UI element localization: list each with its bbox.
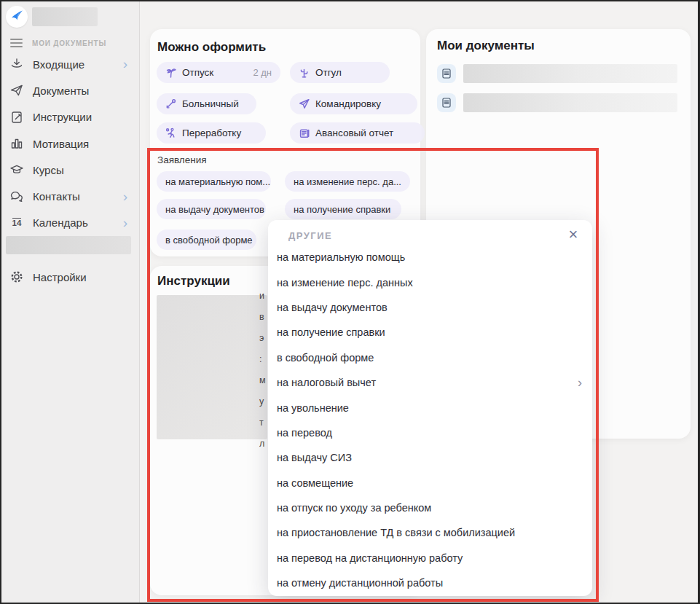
application-pill[interactable]: в свободной форме (157, 230, 256, 250)
sidebar-item-label: Настройки (33, 271, 87, 283)
document-edit-icon (9, 110, 25, 125)
dropdown-item-label: на перевод (277, 427, 332, 439)
quick-action-pill[interactable]: Больничный (157, 93, 256, 114)
dropdown-item[interactable]: в свободной форме (268, 345, 592, 370)
dropdown-item-label: на изменение перс. данных (277, 277, 413, 289)
runner-icon (165, 128, 176, 138)
others-dropdown: ДРУГИЕ × на материальную помощьна измене… (268, 220, 592, 596)
current-section-label: МОИ ДОКУМЕНТЫ (32, 39, 106, 47)
thermometer-icon (165, 98, 176, 109)
paper-plane-icon (9, 83, 25, 98)
clipped-text-fragments: ивэ:мутл (259, 286, 267, 455)
application-pill-label: в свободной форме (165, 235, 253, 246)
dropdown-item-label: на получение справки (277, 326, 385, 338)
sidebar-item[interactable]: Инструкции (0, 104, 139, 130)
bar-chart-icon (9, 136, 25, 151)
dropdown-item-label: на выдачу СИЗ (277, 452, 352, 463)
sidebar-item-label: Входящие (33, 58, 84, 71)
dropdown-item-label: на налоговый вычет (277, 377, 376, 388)
dropdown-item[interactable]: на перевод на дистанционную работу (268, 546, 592, 570)
chat-icon (9, 189, 25, 204)
sidebar-item[interactable]: Курсы (0, 157, 139, 183)
app-logo[interactable] (6, 6, 28, 28)
application-pill-label: на выдачу документов (165, 204, 264, 215)
document-icon (437, 64, 456, 83)
quick-action-label: Отпуск (182, 67, 213, 78)
dropdown-item[interactable]: на перевод (268, 420, 592, 445)
company-name-redacted (32, 7, 98, 26)
text-fragment: м (259, 370, 267, 391)
dropdown-item-label: на приостановление ТД в связи с мобилиза… (277, 527, 515, 538)
document-icon (437, 93, 456, 112)
application-pill[interactable]: на выдачу документов (157, 199, 266, 219)
sidebar-item-label: Документы (33, 85, 89, 97)
sidebar-item[interactable]: Контакты› (0, 183, 139, 209)
card-title: Мои документы (437, 39, 535, 53)
application-pill-label: на материальную пом... (165, 176, 270, 187)
sidebar-item[interactable]: 14Календарь› (0, 210, 139, 236)
quick-action-pill[interactable]: Авансовый отчет (290, 122, 425, 144)
graduation-cap-icon (9, 162, 25, 177)
dropdown-item-label: на отпуск по уходу за ребенком (277, 502, 431, 514)
sidebar-item-label: Календарь (33, 216, 88, 229)
quick-action-label: Отгул (315, 67, 342, 78)
dropdown-item-label: на совмещение (277, 477, 353, 489)
dropdown-item-label: на увольнение (277, 402, 349, 414)
close-icon[interactable]: × (565, 226, 582, 243)
dropdown-item[interactable]: на изменение перс. данных (268, 270, 592, 294)
document-list-item[interactable] (437, 93, 677, 112)
sidebar-item[interactable]: Документы (0, 77, 139, 103)
quick-action-pill[interactable]: Отпуск2 дн (157, 62, 280, 83)
sidebar-item[interactable]: Входящие› (0, 51, 139, 77)
text-fragment: т (259, 412, 267, 434)
dropdown-item[interactable]: на отмену дистанционной работы (268, 570, 592, 595)
hamburger-icon[interactable] (10, 39, 23, 47)
dropdown-item[interactable]: на налоговый вычет› (268, 370, 592, 395)
sidebar-item[interactable]: Мотивация (0, 130, 139, 157)
chevron-right-icon: › (123, 192, 132, 202)
chevron-right-icon: › (578, 377, 582, 388)
calendar-14-icon: 14 (9, 216, 25, 230)
gear-icon (9, 270, 25, 284)
dropdown-item-label: на перевод на дистанционную работу (277, 552, 463, 564)
application-pill-label: на получение справки (294, 204, 390, 215)
quick-action-badge: 2 дн (253, 67, 272, 78)
application-pill-label: на изменение перс. да... (294, 176, 401, 187)
quick-action-pill[interactable]: Командировку (290, 93, 417, 114)
quick-action-label: Больничный (182, 98, 239, 109)
application-pill[interactable]: на получение справки (285, 199, 401, 219)
sidebar-nav: Входящие›ДокументыИнструкцииМотивацияКур… (0, 51, 139, 236)
dropdown-item[interactable]: на увольнение (268, 395, 592, 420)
quick-action-pill[interactable]: Переработку (157, 122, 266, 144)
dropdown-item[interactable]: на материальную помощь (268, 245, 592, 270)
quick-action-pill[interactable]: Отгул (290, 62, 390, 83)
bird-logo-icon (9, 8, 24, 26)
text-fragment: и (259, 286, 267, 307)
text-fragment: э (259, 328, 267, 349)
sidebar: МОИ ДОКУМЕНТЫ Входящие›ДокументыИнструкц… (0, 0, 140, 604)
card-title: Инструкции (157, 274, 230, 289)
dropdown-item-label: на материальную помощь (277, 251, 405, 263)
application-pill[interactable]: на изменение перс. да... (285, 171, 410, 192)
applications-label: Заявления (157, 154, 207, 165)
application-pill[interactable]: на материальную пом... (157, 171, 271, 192)
dropdown-item-label: на выдачу документов (277, 302, 388, 313)
document-title-redacted (463, 93, 677, 112)
instructions-image-redacted (157, 295, 267, 439)
quick-action-label: Командировку (315, 98, 381, 109)
sidebar-settings-wrap: Настройки (0, 264, 139, 290)
dropdown-item[interactable]: на выдачу документов (268, 295, 592, 320)
dropdown-item[interactable]: на выдачу СИЗ (268, 445, 592, 470)
dropdown-title: ДРУГИЕ (268, 226, 592, 245)
sidebar-item-settings[interactable]: Настройки (0, 264, 139, 290)
dropdown-item[interactable]: на совмещение (268, 471, 592, 495)
dropdown-item[interactable]: на отпуск по уходу за ребенком (268, 495, 592, 520)
text-fragment: : (259, 349, 267, 370)
dropdown-item[interactable]: на приостановление ТД в связи с мобилиза… (268, 520, 592, 545)
cactus-icon (299, 67, 310, 78)
chevron-right-icon: › (123, 59, 132, 69)
quick-action-label: Переработку (182, 128, 241, 138)
document-list-item[interactable] (437, 63, 677, 83)
sidebar-item-label: Мотивация (33, 138, 89, 150)
dropdown-item[interactable]: на получение справки (268, 320, 592, 345)
